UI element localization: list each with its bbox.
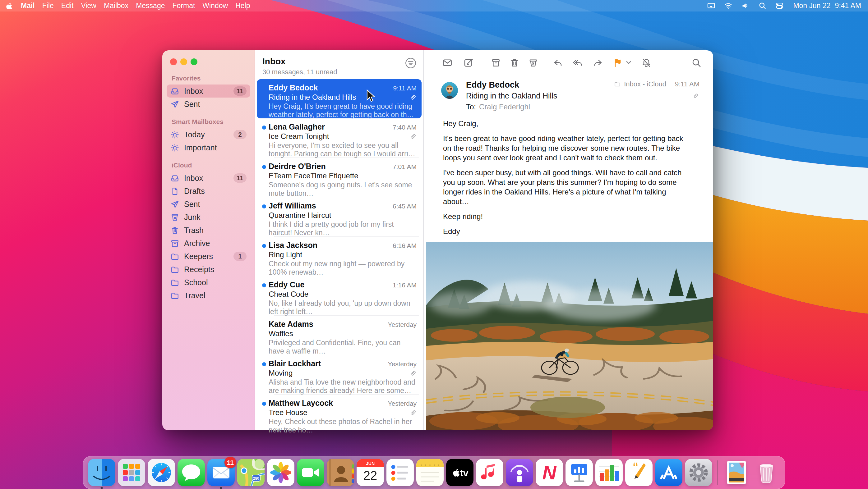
sidebar-item-label: Sent	[184, 200, 200, 209]
flag-button[interactable]	[612, 57, 631, 69]
filter-icon[interactable]	[405, 57, 416, 69]
chevron-down-icon[interactable]	[626, 61, 631, 65]
dock-contacts-icon[interactable]	[327, 459, 354, 486]
mailbox-title: Inbox	[262, 57, 417, 66]
dock-facetime-icon[interactable]	[297, 459, 324, 486]
menu-file[interactable]: File	[38, 0, 58, 11]
dock-calendar-icon[interactable]: JUN 22	[356, 459, 384, 486]
spotlight-icon[interactable]	[758, 2, 767, 10]
get-mail-button[interactable]	[441, 57, 454, 69]
attachment-photo[interactable]	[426, 242, 713, 430]
reply-all-button[interactable]	[572, 57, 584, 69]
dock-pages-icon[interactable]: “	[625, 459, 653, 486]
message-row[interactable]: Deirdre O'Brien7:01 AM ETeam FaceTime Et…	[257, 158, 422, 197]
dock-safari-icon[interactable]	[148, 459, 175, 486]
message-row[interactable]: Blair LockhartYesterday Moving Alisha an…	[257, 355, 422, 394]
message-subject: Ring Light	[269, 251, 302, 259]
dock-downloads-file-icon[interactable]	[723, 459, 750, 486]
dock-keynote-icon[interactable]	[565, 459, 593, 486]
apple-menu-icon[interactable]	[6, 2, 13, 9]
dock-divider	[717, 460, 718, 485]
dock-app-store-icon[interactable]	[655, 459, 682, 486]
message-row[interactable]: Eddy Cue1:16 AM Cheat Code No, like I al…	[257, 276, 422, 315]
sidebar-item-keepers[interactable]: Keepers 1	[167, 250, 250, 263]
dock-photos-icon[interactable]	[267, 459, 294, 486]
sidebar-item-sent-favorites[interactable]: Sent	[167, 98, 250, 110]
sidebar-item-today[interactable]: Today 2	[167, 128, 250, 141]
minimize-button[interactable]	[180, 58, 187, 65]
dock-system-preferences-icon[interactable]	[685, 459, 712, 486]
message-row[interactable]: Lena Gallagher7:40 AM Ice Cream Tonight …	[257, 118, 422, 158]
menu-message[interactable]: Message	[132, 0, 168, 11]
message-subject: Cheat Code	[269, 290, 308, 299]
sidebar-item-archive[interactable]: Archive	[167, 237, 250, 250]
sidebar-item-travel[interactable]: Travel	[167, 289, 250, 302]
dock-messages-icon[interactable]	[178, 459, 205, 486]
search-icon[interactable]	[690, 57, 703, 69]
dock-launchpad-icon[interactable]	[118, 459, 145, 486]
sidebar-section-smart-mailboxes: Smart Mailboxes	[162, 118, 255, 126]
menu-window[interactable]: Window	[199, 0, 231, 11]
dock-notes-icon[interactable]	[416, 459, 444, 486]
junk-button[interactable]	[527, 57, 539, 69]
clock-date: Mon Jun 22	[793, 2, 830, 10]
volume-icon[interactable]	[741, 2, 749, 10]
message-row[interactable]: Lisa Jackson6:16 AM Ring Light Check out…	[257, 237, 422, 276]
message-subject: Quarantine Haircut	[269, 211, 331, 220]
menu-mailbox[interactable]: Mailbox	[100, 0, 132, 11]
zoom-button[interactable]	[191, 58, 197, 65]
message-row[interactable]: Matthew LaycockYesterday Tree House Hey,…	[257, 395, 422, 434]
reading-pane: Eddy Bedock Riding in the Oakland Hills …	[424, 50, 713, 430]
close-button[interactable]	[170, 58, 177, 65]
folder-icon	[170, 252, 179, 261]
sidebar-item-important[interactable]: Important	[167, 141, 250, 154]
sidebar-item-school[interactable]: School	[167, 276, 250, 289]
inbox-icon	[170, 87, 179, 96]
dock-music-icon[interactable]	[476, 459, 503, 486]
sidebar-item-label: Trash	[184, 226, 204, 235]
dock-reminders-icon[interactable]	[386, 459, 414, 486]
reply-button[interactable]	[552, 57, 564, 69]
message-sender: Jeff Williams	[269, 201, 316, 210]
mail-unread-badge: 11	[224, 457, 236, 468]
dock-mail-icon[interactable]: 11	[207, 459, 235, 486]
sidebar-item-sent-icloud[interactable]: Sent	[167, 198, 250, 210]
dock-numbers-icon[interactable]	[595, 459, 623, 486]
sidebar-item-receipts[interactable]: Receipts	[167, 263, 250, 276]
menu-edit[interactable]: Edit	[58, 0, 78, 11]
sidebar-item-junk[interactable]: Junk	[167, 210, 250, 224]
menu-format[interactable]: Format	[168, 0, 199, 11]
screen-mirroring-icon[interactable]	[707, 2, 715, 10]
menu-view[interactable]: View	[77, 0, 100, 11]
forward-button[interactable]	[592, 57, 604, 69]
sidebar-item-drafts[interactable]: Drafts	[167, 185, 250, 198]
message-row[interactable]: Kate AdamsYesterday Waffles Privileged a…	[257, 316, 422, 355]
dock-maps-icon[interactable]: 280	[237, 459, 265, 486]
body-paragraph: It's been great to have good riding weat…	[443, 134, 691, 162]
dock-podcasts-icon[interactable]	[506, 459, 533, 486]
wifi-icon[interactable]	[724, 2, 733, 10]
sidebar-item-inbox-favorites[interactable]: Inbox 11	[167, 85, 250, 98]
dock-trash-icon[interactable]	[753, 459, 780, 486]
message-sender: Kate Adams	[269, 320, 313, 329]
dock-apple-tv-icon[interactable]: tv	[446, 459, 473, 486]
compose-button[interactable]	[462, 57, 475, 69]
menu-mail[interactable]: Mail	[17, 0, 38, 11]
recipient-name[interactable]: Craig Federighi	[479, 102, 530, 111]
message-subject: Moving	[269, 369, 292, 378]
dock-finder-icon[interactable]	[88, 459, 115, 486]
menu-help[interactable]: Help	[231, 0, 254, 11]
sidebar-item-inbox-icloud[interactable]: Inbox 11	[167, 171, 250, 185]
control-center-icon[interactable]	[775, 2, 784, 10]
message-sender: Lisa Jackson	[269, 241, 317, 250]
mute-button[interactable]	[640, 57, 653, 69]
archive-button[interactable]	[490, 57, 502, 69]
message-row[interactable]: Eddy Bedock9:11 AM Riding in the Oakland…	[257, 79, 422, 118]
sidebar-item-trash[interactable]: Trash	[167, 224, 250, 237]
message-row[interactable]: Jeff Williams6:45 AM Quarantine Haircut …	[257, 197, 422, 236]
folder-icon	[170, 265, 179, 274]
sidebar-item-label: Receipts	[184, 265, 214, 274]
dock-news-icon[interactable]: N	[536, 459, 563, 486]
menu-clock[interactable]: Mon Jun 22 9:41 AM	[793, 2, 861, 10]
delete-button[interactable]	[508, 57, 521, 69]
